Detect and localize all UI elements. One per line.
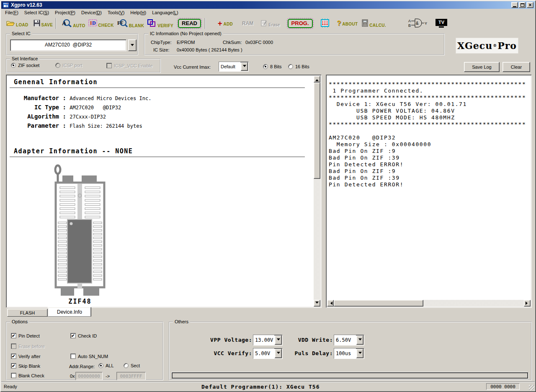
- bits8-radio[interactable]: 8 Bits: [263, 64, 282, 69]
- radio-icon: [288, 64, 293, 69]
- device-info-panel: Genenal Information Manufactor : Advance…: [6, 75, 322, 308]
- radio-icon: [124, 363, 129, 368]
- vcc-dropdown-button[interactable]: [275, 349, 282, 358]
- range-to-field[interactable]: 0003FFFF: [116, 372, 146, 380]
- info-row: ALgorithm : 27Cxxx-DIP32: [12, 112, 312, 121]
- maximize-button[interactable]: [519, 2, 526, 8]
- addr-range-sect-label: Sect: [131, 363, 140, 368]
- chevron-down-icon: [131, 44, 134, 48]
- menu-project[interactable]: Project(P): [52, 9, 78, 16]
- svg-text:D: D: [92, 20, 96, 26]
- puls-dropdown-button[interactable]: [356, 349, 363, 358]
- zif-socket-radio[interactable]: ZIF socket: [11, 63, 39, 68]
- checkbox-icon: [11, 373, 16, 378]
- vcc-imax-combo[interactable]: Default: [219, 62, 249, 72]
- vcc-imax-dropdown-button[interactable]: [241, 62, 248, 71]
- vdd-dropdown-button[interactable]: [356, 335, 363, 345]
- scroll-right-button[interactable]: [524, 300, 531, 307]
- auto-button[interactable]: A AUTO: [61, 19, 85, 28]
- vpp-voltage-value: 13.00V: [253, 335, 274, 345]
- radio-icon: [11, 63, 16, 68]
- read-frame: READ: [177, 18, 202, 29]
- check-id-label: Check ID: [78, 333, 97, 338]
- minimize-button[interactable]: [511, 2, 518, 8]
- selected-ic-field[interactable]: AM27C020 @DIP32: [10, 39, 126, 51]
- save-button[interactable]: SAVE: [34, 20, 53, 27]
- burn-chip-button[interactable]: [320, 18, 330, 29]
- set-interface-group-label: Set Interface: [10, 56, 39, 61]
- chevron-down-icon: [358, 338, 362, 342]
- auto-sn-checkbox[interactable]: Auto SN_NUM: [70, 353, 108, 359]
- scroll-up-button[interactable]: [314, 76, 320, 83]
- icsp-port-radio[interactable]: ICSP port: [55, 63, 82, 68]
- verify-button[interactable]: VERIFY: [147, 19, 173, 28]
- minimize-icon: [513, 6, 516, 7]
- scroll-left-button[interactable]: [327, 300, 334, 307]
- check-id-button[interactable]: ID CHECK: [88, 19, 114, 28]
- about-button[interactable]: ? ABOUT: [337, 21, 358, 26]
- range-from-field[interactable]: 00000000: [75, 372, 103, 380]
- check-id-checkbox[interactable]: Check ID: [70, 333, 97, 338]
- puls-delay-combo[interactable]: 100us: [334, 348, 364, 359]
- menu-file[interactable]: File(F): [2, 9, 21, 16]
- vpp-dropdown-button[interactable]: [275, 335, 282, 345]
- tab-flash[interactable]: FLASH: [7, 309, 48, 317]
- chksum-value: 0x03FC 0000: [245, 40, 273, 45]
- icsp-vcc-checkbox[interactable]: ICSP_VCC Enable: [106, 63, 152, 68]
- vpp-voltage-combo[interactable]: 13.00V: [253, 335, 283, 346]
- erase-button[interactable]: Erase: [261, 20, 280, 27]
- read-button[interactable]: READ: [177, 18, 202, 29]
- clear-button[interactable]: Clear: [502, 62, 530, 72]
- addr-range-sect-radio[interactable]: Sect: [124, 363, 140, 368]
- save-log-button[interactable]: Save Log: [464, 62, 500, 72]
- select-ic-dropdown-button[interactable]: [128, 39, 137, 51]
- menu-language[interactable]: Language(L): [149, 9, 181, 16]
- app-window: Xgpro v12.63 × File(F) Select IC(S) Proj…: [0, 0, 536, 392]
- toolbar: LOAD SAVE A AUTO ID CHECK FF BLANK VERIF…: [1, 16, 535, 30]
- bits16-radio[interactable]: 16 Bits: [288, 64, 309, 69]
- scroll-down-button[interactable]: [314, 300, 320, 307]
- ram-button[interactable]: RAM: [242, 21, 253, 26]
- vscroll-thumb[interactable]: [314, 83, 320, 179]
- add-button[interactable]: + ADD: [218, 21, 233, 26]
- logic-gate-icon: AB&Y: [408, 18, 427, 29]
- menu-device[interactable]: Device(D): [78, 9, 105, 16]
- tab-flash-label: FLASH: [20, 310, 35, 315]
- blank-label: BLANK: [129, 23, 144, 28]
- pin-detect-checkbox[interactable]: Pin Detect: [11, 333, 40, 338]
- toolbar-separator: [205, 18, 206, 29]
- left-panel-vscrollbar[interactable]: [314, 76, 320, 307]
- tv-button[interactable]: TV: [436, 19, 447, 28]
- menu-tools[interactable]: Tools(V): [105, 9, 127, 16]
- tab-device-info[interactable]: Device.Info: [48, 307, 91, 317]
- skip-blank-checkbox[interactable]: Skip Blank: [11, 363, 40, 369]
- calculator-button[interactable]: CALCU.: [362, 19, 386, 28]
- hex-prefix-label: 0x: [70, 374, 75, 379]
- resize-grip-icon[interactable]: [529, 385, 534, 390]
- auto-sn-label: Auto SN_NUM: [78, 354, 108, 359]
- vdd-write-combo[interactable]: 6.50V: [334, 335, 364, 346]
- title-bar[interactable]: Xgpro v12.63 ×: [1, 1, 535, 9]
- xgecu-pro-logo: XGecu®Pro: [456, 38, 518, 54]
- logic-gate-button[interactable]: AB&Y: [408, 18, 427, 29]
- menu-select-ic[interactable]: Select IC(S): [21, 9, 52, 16]
- svg-text:A: A: [408, 19, 411, 23]
- auto-magnifier-icon: A: [61, 19, 72, 28]
- close-button[interactable]: ×: [527, 2, 533, 8]
- verify-after-checkbox[interactable]: Verify after: [11, 353, 41, 359]
- plus-icon: +: [218, 21, 222, 26]
- addr-range-all-radio[interactable]: ALL: [98, 363, 114, 368]
- bits16-label: 16 Bits: [295, 64, 309, 69]
- menu-help[interactable]: Help(H): [127, 9, 149, 16]
- svg-text:&: &: [416, 21, 419, 26]
- load-button[interactable]: LOAD: [6, 20, 28, 27]
- hscroll-thumb[interactable]: [334, 300, 423, 307]
- blank-check-checkbox[interactable]: Blank Check: [11, 373, 44, 378]
- device-info-content: Genenal Information Manufactor : Advance…: [9, 77, 312, 306]
- triangle-left-icon: [329, 302, 332, 305]
- erase-before-checkbox[interactable]: Erase before: [11, 343, 45, 349]
- log-panel-hscrollbar[interactable]: [327, 300, 531, 307]
- prog-button[interactable]: PROG.: [287, 18, 314, 29]
- blank-check-button[interactable]: FF BLANK: [117, 19, 144, 28]
- vcc-verify-combo[interactable]: 5.00V: [253, 348, 283, 359]
